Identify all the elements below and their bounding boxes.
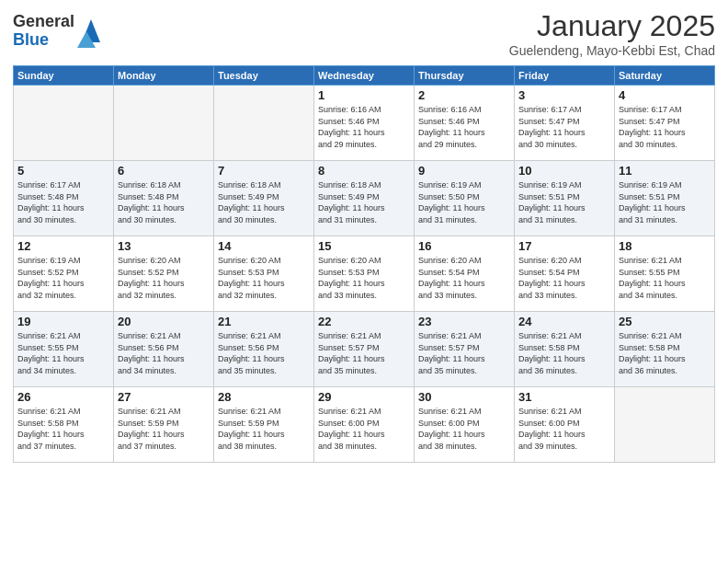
day-number: 4 (619, 88, 711, 102)
day-info: Sunrise: 6:21 AM Sunset: 6:00 PM Dayligh… (518, 406, 610, 452)
day-number: 20 (118, 315, 210, 328)
day-info: Sunrise: 6:20 AM Sunset: 5:52 PM Dayligh… (118, 255, 210, 301)
day-number: 16 (418, 239, 510, 253)
day-number: 11 (619, 164, 711, 178)
location: Guelendeng, Mayo-Kebbi Est, Chad (509, 43, 715, 58)
day-info: Sunrise: 6:21 AM Sunset: 6:00 PM Dayligh… (318, 406, 410, 452)
day-info: Sunrise: 6:19 AM Sunset: 5:52 PM Dayligh… (17, 255, 109, 301)
day-info: Sunrise: 6:21 AM Sunset: 5:59 PM Dayligh… (218, 406, 310, 452)
calendar-cell: 6Sunrise: 6:18 AM Sunset: 5:48 PM Daylig… (114, 161, 214, 236)
calendar-cell: 19Sunrise: 6:21 AM Sunset: 5:55 PM Dayli… (14, 312, 114, 387)
day-number: 23 (418, 315, 510, 328)
logo-general: General (13, 13, 74, 31)
day-info: Sunrise: 6:20 AM Sunset: 5:54 PM Dayligh… (518, 255, 610, 301)
day-info: Sunrise: 6:18 AM Sunset: 5:49 PM Dayligh… (318, 179, 410, 225)
day-number: 28 (218, 390, 310, 404)
calendar-cell: 13Sunrise: 6:20 AM Sunset: 5:52 PM Dayli… (114, 236, 214, 312)
calendar-cell: 25Sunrise: 6:21 AM Sunset: 5:58 PM Dayli… (615, 312, 715, 387)
day-number: 18 (619, 239, 711, 253)
calendar-cell: 3Sunrise: 6:17 AM Sunset: 5:47 PM Daylig… (515, 86, 615, 161)
day-info: Sunrise: 6:19 AM Sunset: 5:51 PM Dayligh… (518, 179, 610, 225)
calendar-cell: 18Sunrise: 6:21 AM Sunset: 5:55 PM Dayli… (615, 236, 715, 312)
calendar-table: SundayMondayTuesdayWednesdayThursdayFrid… (13, 65, 715, 463)
calendar-cell: 5Sunrise: 6:17 AM Sunset: 5:48 PM Daylig… (14, 161, 114, 236)
day-info: Sunrise: 6:19 AM Sunset: 5:50 PM Dayligh… (418, 179, 510, 225)
day-number: 7 (218, 164, 310, 178)
day-number: 21 (218, 315, 310, 328)
week-row-1: 1Sunrise: 6:16 AM Sunset: 5:46 PM Daylig… (14, 86, 715, 161)
calendar-cell (214, 86, 314, 161)
day-info: Sunrise: 6:21 AM Sunset: 5:55 PM Dayligh… (17, 330, 109, 376)
day-info: Sunrise: 6:21 AM Sunset: 6:00 PM Dayligh… (418, 406, 510, 452)
calendar-cell: 16Sunrise: 6:20 AM Sunset: 5:54 PM Dayli… (415, 236, 515, 312)
day-number: 26 (17, 390, 109, 404)
day-info: Sunrise: 6:21 AM Sunset: 5:56 PM Dayligh… (218, 330, 310, 376)
calendar-cell: 27Sunrise: 6:21 AM Sunset: 5:59 PM Dayli… (114, 387, 214, 463)
calendar-cell: 22Sunrise: 6:21 AM Sunset: 5:57 PM Dayli… (314, 312, 415, 387)
calendar-cell: 15Sunrise: 6:20 AM Sunset: 5:53 PM Dayli… (314, 236, 415, 312)
day-number: 3 (518, 88, 610, 102)
week-row-4: 19Sunrise: 6:21 AM Sunset: 5:55 PM Dayli… (14, 312, 715, 387)
day-info: Sunrise: 6:20 AM Sunset: 5:53 PM Dayligh… (218, 255, 310, 301)
day-number: 10 (518, 164, 610, 178)
day-info: Sunrise: 6:21 AM Sunset: 5:58 PM Dayligh… (17, 406, 109, 452)
logo-blue: Blue (13, 31, 74, 50)
day-info: Sunrise: 6:21 AM Sunset: 5:57 PM Dayligh… (418, 330, 510, 376)
logo-icon (77, 15, 105, 48)
day-number: 6 (118, 164, 210, 178)
day-number: 14 (218, 239, 310, 253)
calendar-cell: 26Sunrise: 6:21 AM Sunset: 5:58 PM Dayli… (14, 387, 114, 463)
day-number: 25 (619, 315, 711, 328)
weekday-header-row: SundayMondayTuesdayWednesdayThursdayFrid… (14, 66, 715, 86)
weekday-header-tuesday: Tuesday (214, 66, 314, 86)
day-info: Sunrise: 6:18 AM Sunset: 5:49 PM Dayligh… (218, 179, 310, 225)
weekday-header-wednesday: Wednesday (314, 66, 415, 86)
day-number: 22 (318, 315, 410, 328)
day-number: 29 (318, 390, 410, 404)
day-info: Sunrise: 6:21 AM Sunset: 5:58 PM Dayligh… (619, 330, 711, 376)
weekday-header-saturday: Saturday (615, 66, 715, 86)
weekday-header-sunday: Sunday (14, 66, 114, 86)
calendar-cell: 29Sunrise: 6:21 AM Sunset: 6:00 PM Dayli… (314, 387, 415, 463)
day-info: Sunrise: 6:21 AM Sunset: 5:58 PM Dayligh… (518, 330, 610, 376)
calendar-cell: 2Sunrise: 6:16 AM Sunset: 5:46 PM Daylig… (415, 86, 515, 161)
calendar-cell: 4Sunrise: 6:17 AM Sunset: 5:47 PM Daylig… (615, 86, 715, 161)
calendar-cell: 7Sunrise: 6:18 AM Sunset: 5:49 PM Daylig… (214, 161, 314, 236)
day-number: 27 (118, 390, 210, 404)
weekday-header-thursday: Thursday (415, 66, 515, 86)
calendar-cell: 24Sunrise: 6:21 AM Sunset: 5:58 PM Dayli… (515, 312, 615, 387)
calendar-cell: 23Sunrise: 6:21 AM Sunset: 5:57 PM Dayli… (415, 312, 515, 387)
calendar-cell (114, 86, 214, 161)
day-info: Sunrise: 6:20 AM Sunset: 5:53 PM Dayligh… (318, 255, 410, 301)
day-number: 1 (318, 88, 410, 102)
week-row-3: 12Sunrise: 6:19 AM Sunset: 5:52 PM Dayli… (14, 236, 715, 312)
calendar-cell (14, 86, 114, 161)
calendar-cell: 30Sunrise: 6:21 AM Sunset: 6:00 PM Dayli… (415, 387, 515, 463)
day-info: Sunrise: 6:20 AM Sunset: 5:54 PM Dayligh… (418, 255, 510, 301)
day-info: Sunrise: 6:17 AM Sunset: 5:47 PM Dayligh… (518, 104, 610, 150)
day-info: Sunrise: 6:16 AM Sunset: 5:46 PM Dayligh… (418, 104, 510, 150)
calendar-cell: 21Sunrise: 6:21 AM Sunset: 5:56 PM Dayli… (214, 312, 314, 387)
day-number: 5 (17, 164, 109, 178)
day-info: Sunrise: 6:21 AM Sunset: 5:55 PM Dayligh… (619, 255, 711, 301)
day-number: 13 (118, 239, 210, 253)
day-number: 17 (518, 239, 610, 253)
day-number: 19 (17, 315, 109, 328)
day-number: 2 (418, 88, 510, 102)
page: General Blue January 2025 Guelendeng, Ma… (0, 0, 728, 563)
day-info: Sunrise: 6:17 AM Sunset: 5:47 PM Dayligh… (619, 104, 711, 150)
header: General Blue January 2025 Guelendeng, Ma… (13, 9, 715, 58)
title-block: January 2025 Guelendeng, Mayo-Kebbi Est,… (509, 9, 715, 58)
day-info: Sunrise: 6:21 AM Sunset: 5:56 PM Dayligh… (118, 330, 210, 376)
weekday-header-monday: Monday (114, 66, 214, 86)
calendar-cell: 20Sunrise: 6:21 AM Sunset: 5:56 PM Dayli… (114, 312, 214, 387)
logo: General Blue (13, 13, 105, 50)
calendar-cell: 9Sunrise: 6:19 AM Sunset: 5:50 PM Daylig… (415, 161, 515, 236)
day-number: 15 (318, 239, 410, 253)
day-info: Sunrise: 6:21 AM Sunset: 5:59 PM Dayligh… (118, 406, 210, 452)
day-number: 24 (518, 315, 610, 328)
calendar-cell: 8Sunrise: 6:18 AM Sunset: 5:49 PM Daylig… (314, 161, 415, 236)
calendar-cell (615, 387, 715, 463)
weekday-header-friday: Friday (515, 66, 615, 86)
calendar-cell: 12Sunrise: 6:19 AM Sunset: 5:52 PM Dayli… (14, 236, 114, 312)
